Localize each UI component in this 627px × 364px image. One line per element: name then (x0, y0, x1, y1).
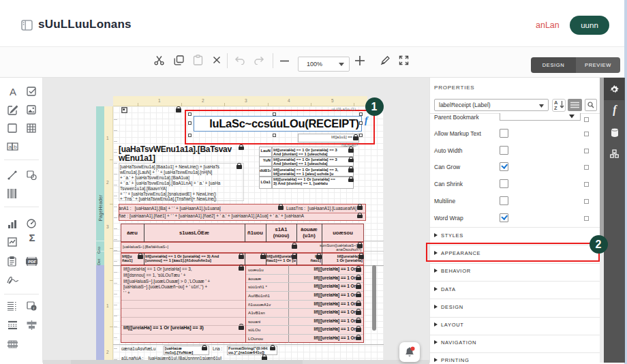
svg-text:a: a (9, 144, 12, 150)
svg-text:PDF: PDF (28, 260, 36, 264)
svg-text:Z: Z (554, 105, 557, 110)
svg-text:i: i (33, 305, 34, 310)
svg-text:b: b (14, 144, 17, 150)
